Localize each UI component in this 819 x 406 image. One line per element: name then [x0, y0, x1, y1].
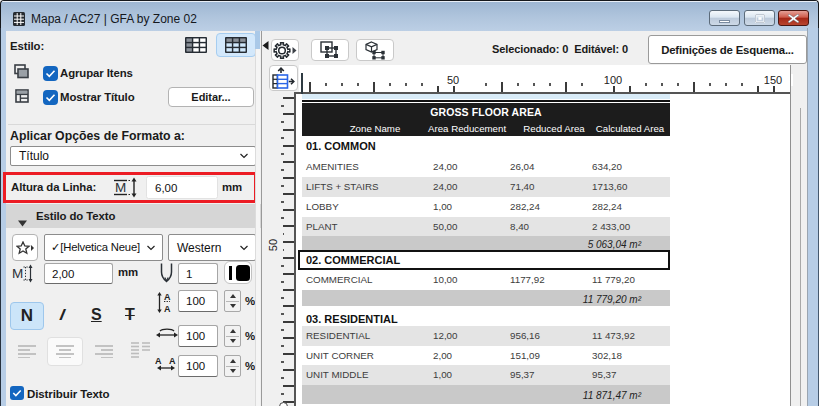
- svg-text:A: A: [155, 356, 162, 366]
- svg-text:A: A: [169, 356, 176, 366]
- svg-text:M: M: [115, 180, 126, 195]
- svg-text:M: M: [12, 266, 23, 281]
- svg-text:A: A: [164, 292, 171, 302]
- svg-text:A: A: [164, 304, 171, 313]
